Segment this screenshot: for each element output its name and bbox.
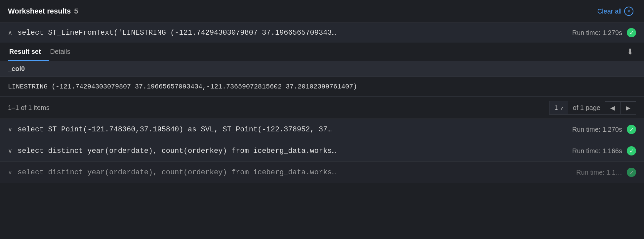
download-button[interactable]: ⬇ [624,45,636,59]
result-2-status-icon: ✓ [627,125,636,134]
result-3-query: select distinct year(orderdate), count(o… [18,147,572,155]
result-1-table: _col0 LINESTRING (-121.74294303079807 37… [0,61,644,97]
result-2-query: select ST_Point(-121.748360,37.195840) a… [18,125,572,134]
close-circle-icon: × [624,7,633,16]
result-1-body: Result set Details ⬇ _col0 LINESTRING (-… [0,43,644,119]
result-1-query: select ST_LineFromText('LINESTRING (-121… [18,29,572,37]
current-page: 1 [554,104,558,112]
pagination-row: 1–1 of 1 items 1 ∨ of 1 page ◀ ▶ [0,97,644,119]
result-item-1: ∧ select ST_LineFromText('LINESTRING (-1… [0,23,644,119]
next-page-button[interactable]: ▶ [621,101,636,115]
chevron-down-icon-4: ∨ [8,169,12,176]
result-item-4[interactable]: ∨ select distinct year(orderdate), count… [0,162,644,183]
header-left: Worksheet results 5 [8,7,78,16]
chevron-down-icon-3: ∨ [8,147,12,154]
worksheet-results-header: Worksheet results 5 Clear all × [0,0,644,23]
page-selector[interactable]: 1 ∨ [549,101,568,115]
clear-all-label: Clear all [597,8,622,15]
result-3-runtime: Run time: 1.166s [572,147,622,155]
result-2-runtime: Run time: 1.270s [572,126,622,133]
result-4-query: select distinct year(orderdate), count(o… [18,168,576,177]
result-item-3[interactable]: ∨ select distinct year(orderdate), count… [0,140,644,162]
result-1-runtime: Run time: 1.279s [572,29,622,37]
result-3-status-icon: ✓ [627,146,636,155]
of-page-text: of 1 page [568,101,605,115]
pagination-info: 1–1 of 1 items [8,104,549,112]
result-1-status-icon: ✓ [627,28,636,37]
prev-page-button[interactable]: ◀ [605,101,621,115]
clear-all-button[interactable]: Clear all × [595,5,636,17]
chevron-down-icon: ∨ [560,105,563,111]
result-1-tabs: Result set Details ⬇ [0,43,644,61]
tab-result-set[interactable]: Result set [8,43,49,61]
tab-details[interactable]: Details [49,43,78,61]
result-4-runtime: Run time: 1.1… [576,169,622,176]
table-row: LINESTRING (-121.74294303079807 37.19665… [0,77,644,97]
chevron-down-icon-2: ∨ [8,126,12,133]
table-column-col0: _col0 [0,61,644,77]
result-item-2[interactable]: ∨ select ST_Point(-121.748360,37.195840)… [0,119,644,140]
chevron-up-icon: ∧ [8,29,12,36]
result-1-header[interactable]: ∧ select ST_LineFromText('LINESTRING (-1… [0,23,644,43]
result-4-status-icon: ✓ [627,168,636,177]
page-title: Worksheet results [8,7,71,16]
pagination-controls: 1 ∨ of 1 page ◀ ▶ [549,101,636,115]
results-count: 5 [74,7,78,16]
